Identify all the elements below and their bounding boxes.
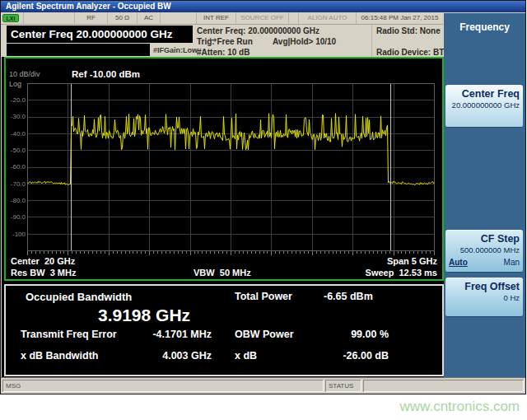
watermark-text: www.cntronics.com xyxy=(400,399,520,415)
ref-level-label: Ref -10.00 dBm xyxy=(72,69,140,79)
if-gain-annotation: #IFGain:Low xyxy=(153,46,198,54)
coupling-indicator: AC xyxy=(138,12,161,24)
man-toggle[interactable]: Man xyxy=(504,258,520,267)
transmit-freq-error-value: -4.1701 MHz xyxy=(129,329,212,340)
radio-std-readout: Radio Std: None xyxy=(376,26,441,35)
active-function-readout: Center Freq 20.000000000 GHz xyxy=(7,26,193,43)
softkey-label: Center Freq xyxy=(449,88,520,100)
trigger-readout: Trig: Free Run xyxy=(197,37,253,46)
y-axis-label: -80.0 xyxy=(7,197,26,204)
softkey-value: 0 Hz xyxy=(449,293,520,303)
results-title: Occupied Bandwidth xyxy=(26,291,132,303)
total-power-value: -6.65 dBm xyxy=(324,291,373,302)
softkey-menu-title: Frequency xyxy=(444,21,525,33)
transmit-freq-error-label: Transmit Freq Error xyxy=(21,329,117,340)
softkey-label: Freq Offset xyxy=(449,281,520,293)
atten-readout: #Atten: 10 dB xyxy=(197,48,250,57)
status-spacer xyxy=(289,12,299,24)
header-divider xyxy=(371,25,372,57)
total-power-label: Total Power xyxy=(235,291,292,302)
sweep-annotation: Sweep 12.53 ms xyxy=(366,268,437,278)
source-indicator: SOURCE OFF xyxy=(236,12,289,24)
datetime-display: 06:15:48 PM Jan 27, 2015 xyxy=(357,12,443,24)
rf-indicator: RF xyxy=(75,12,108,24)
y-axis-label: -30.0 xyxy=(7,113,26,120)
screenshot-root: Agilent Spectrum Analyzer - Occupied BW … xyxy=(0,0,527,420)
log-label: Log xyxy=(9,80,21,88)
analyzer-window: Agilent Spectrum Analyzer - Occupied BW … xyxy=(0,0,526,394)
xdb-value: -26.00 dB xyxy=(310,350,389,362)
results-panel: Occupied Bandwidth 3.9198 GHz Total Powe… xyxy=(4,284,444,376)
spectrum-graph: 10 dB/div Log Ref -10.00 dBm -20.0 -30.0… xyxy=(4,57,444,281)
softkey-cf-step[interactable]: CF Step 500.000000 MHz Auto Man xyxy=(445,230,523,273)
center-freq-readout: Center Freq: 20.000000000 GHz xyxy=(197,26,319,35)
y-axis-label: -20.0 xyxy=(7,96,26,104)
status-cell: STATUS xyxy=(325,380,361,392)
obw-power-label: OBW Power xyxy=(235,329,294,340)
softkey-label: CF Step xyxy=(449,233,520,245)
y-axis-label: -100 xyxy=(7,231,26,238)
status-spacer xyxy=(24,12,75,24)
softkey-center-freq[interactable]: Center Freq 20.000000000 GHz xyxy=(445,85,523,128)
active-function-entry-box xyxy=(7,44,150,56)
lxi-indicator: LXI xyxy=(2,14,19,22)
softkey-value: 20.000000000 GHz xyxy=(449,100,520,110)
msg-cell: MSG xyxy=(2,380,324,392)
y-axis-label: -60.0 xyxy=(7,163,26,170)
y-axis-label: -50.0 xyxy=(7,147,26,154)
obw-power-value: 99.00 % xyxy=(310,329,389,340)
span-annotation: Span 5 GHz xyxy=(387,256,437,266)
scale-label: 10 dB/div xyxy=(9,70,40,78)
xdb-bandwidth-label: x dB Bandwidth xyxy=(21,350,98,362)
impedance-indicator: 50 Ω xyxy=(108,12,138,24)
vbw-annotation: VBW 50 MHz xyxy=(194,268,251,278)
status-strip: LXI RF 50 Ω AC INT REF SOURCE OFF ALIGN … xyxy=(1,12,443,25)
y-axis-label: -90.0 xyxy=(7,213,26,221)
int-ref-indicator: INT REF xyxy=(197,12,236,24)
center-annotation: Center 20 GHz xyxy=(11,256,75,266)
spectrum-trace-plot xyxy=(27,83,435,256)
lxi-cell: LXI xyxy=(1,12,24,24)
status-spacer xyxy=(161,12,197,24)
y-axis-label: -40.0 xyxy=(7,130,26,138)
avg-hold-readout: Avg|Hold> 10/10 xyxy=(273,37,336,46)
window-title: Agilent Spectrum Analyzer - Occupied BW xyxy=(6,2,171,11)
align-indicator: ALIGN AUTO xyxy=(299,12,357,24)
softkey-sidebar: Frequency Center Freq 20.000000000 GHz C… xyxy=(444,13,525,377)
window-titlebar: Agilent Spectrum Analyzer - Occupied BW xyxy=(1,1,525,12)
softkey-freq-offset[interactable]: Freq Offset 0 Hz xyxy=(445,278,523,317)
radio-device-readout: Radio Device: BTS xyxy=(376,48,450,57)
softkey-value: 500.000000 MHz xyxy=(449,245,520,255)
xdb-bandwidth-value: 4.003 GHz xyxy=(129,350,212,362)
status-empty-cell xyxy=(363,380,524,392)
obw-value: 3.9198 GHz xyxy=(98,306,190,325)
xdb-label: x dB xyxy=(235,350,257,362)
auto-toggle[interactable]: Auto xyxy=(449,258,468,267)
header-info-area: Center Freq 20.000000000 GHz #IFGain:Low… xyxy=(1,25,443,57)
bottom-status-bar: MSG STATUS xyxy=(1,377,525,394)
res-bw-annotation: Res BW 3 MHz xyxy=(11,268,76,278)
y-axis-label: -70.0 xyxy=(7,180,26,188)
